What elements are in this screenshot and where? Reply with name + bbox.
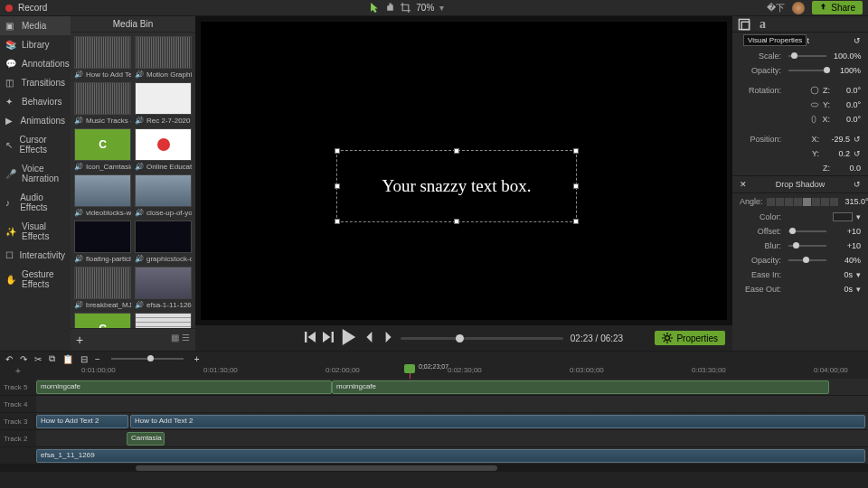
color-picker[interactable] bbox=[833, 212, 853, 221]
playhead[interactable]: 0;02;23;07 bbox=[410, 366, 410, 379]
track-content[interactable] bbox=[36, 396, 868, 412]
prev-frame-button[interactable] bbox=[305, 332, 316, 344]
scale-value[interactable]: 100.0% bbox=[834, 52, 861, 61]
rotation-z-value[interactable]: 0.0° bbox=[834, 86, 861, 95]
reset-icon[interactable]: ↺ bbox=[854, 36, 861, 45]
download-icon[interactable]: �下 bbox=[767, 2, 785, 14]
timeline-scrollbar[interactable] bbox=[0, 465, 868, 472]
play-button[interactable] bbox=[341, 329, 357, 347]
reset-icon[interactable]: ↺ bbox=[854, 135, 861, 144]
track-content[interactable]: Camtasia bbox=[36, 430, 868, 446]
axis-icon[interactable] bbox=[809, 115, 818, 124]
reset-icon[interactable]: ↺ bbox=[854, 180, 861, 189]
cut-button[interactable]: ✂ bbox=[34, 354, 42, 364]
scale-slider[interactable] bbox=[788, 55, 826, 57]
sidebar-item-trans[interactable]: ◫Transitions bbox=[0, 73, 71, 92]
dropdown-icon[interactable]: ▾ bbox=[856, 212, 861, 221]
clip[interactable]: morningcafe bbox=[36, 380, 332, 394]
crop-tool-icon[interactable] bbox=[401, 3, 410, 13]
resize-handle[interactable] bbox=[335, 219, 340, 224]
clip[interactable]: efsa_1_11_1269 bbox=[36, 449, 865, 463]
resize-handle[interactable] bbox=[454, 219, 459, 224]
rotation-x-value[interactable]: 0.0° bbox=[834, 115, 861, 124]
track[interactable]: efsa_1_11_1269 bbox=[0, 447, 868, 465]
shadow-opacity-slider[interactable] bbox=[788, 259, 826, 261]
add-track-button[interactable]: + bbox=[15, 366, 21, 376]
dropdown-icon[interactable]: ▾ bbox=[856, 285, 861, 294]
axis-icon[interactable] bbox=[810, 100, 819, 109]
track[interactable]: Track 2Camtasia bbox=[0, 430, 868, 447]
sidebar-item-audio[interactable]: ♪Audio Effects bbox=[0, 188, 71, 217]
offset-value[interactable]: +10 bbox=[834, 227, 861, 236]
add-media-button[interactable]: + bbox=[76, 333, 83, 347]
media-item[interactable]: 🔊graphicstock-c... bbox=[135, 221, 192, 265]
media-item[interactable]: 🔊efsa-1-11-1269 bbox=[135, 267, 192, 311]
sidebar-item-behav[interactable]: ✦Behaviors bbox=[0, 92, 71, 111]
media-item[interactable]: 🔊Online Educati... bbox=[135, 128, 192, 173]
timeline-zoom-slider[interactable] bbox=[111, 358, 184, 360]
zoom-level[interactable]: 70% bbox=[416, 3, 434, 13]
clip[interactable]: How to Add Text 2 bbox=[130, 415, 865, 428]
position-z-value[interactable]: 0.0 bbox=[834, 164, 861, 173]
text-callout[interactable]: Your snazzy text box. bbox=[336, 150, 577, 222]
sidebar-item-media[interactable]: ▣Media bbox=[0, 16, 71, 35]
angle-picker[interactable] bbox=[767, 198, 838, 206]
offset-slider[interactable] bbox=[788, 230, 826, 232]
timeline-ruler[interactable]: 0;02;23;07 0:01:00;000:01:30;000:02:00;0… bbox=[36, 366, 868, 379]
list-view-icon[interactable]: ☰ bbox=[182, 333, 190, 343]
track[interactable]: Track 4 bbox=[0, 396, 868, 413]
media-item[interactable]: 🔊Rec 2-7-2020 1 bbox=[135, 82, 192, 127]
clip[interactable]: Camtasia bbox=[127, 432, 165, 446]
copy-button[interactable]: ⧉ bbox=[49, 353, 55, 364]
media-item[interactable]: C🔊Icon_Camtasia... bbox=[74, 128, 131, 173]
record-button[interactable]: Record bbox=[18, 3, 47, 13]
sidebar-item-visual[interactable]: ✨Visual Effects bbox=[0, 217, 71, 246]
next-frame-button[interactable] bbox=[323, 332, 334, 344]
sidebar-item-gesture[interactable]: ✋Gesture Effects bbox=[0, 265, 71, 294]
visual-properties-tab-icon[interactable] bbox=[738, 18, 750, 31]
dropdown-icon[interactable]: ▾ bbox=[856, 270, 861, 279]
resize-handle[interactable] bbox=[573, 183, 579, 189]
track-content[interactable]: morningcafemorningcafe bbox=[36, 379, 868, 395]
easein-value[interactable]: 0s bbox=[826, 270, 853, 279]
text-properties-tab-icon[interactable]: a bbox=[760, 17, 766, 32]
zoom-dropdown-icon[interactable]: ▾ bbox=[439, 3, 444, 13]
share-button[interactable]: Share bbox=[812, 1, 863, 14]
media-item[interactable]: 🔊videoblocks-wi... bbox=[74, 174, 131, 219]
paste-button[interactable]: 📋 bbox=[62, 354, 73, 364]
clip[interactable]: morningcafe bbox=[332, 380, 829, 394]
easeout-value[interactable]: 0s bbox=[826, 285, 853, 294]
scrollbar-thumb[interactable] bbox=[136, 465, 497, 471]
media-item[interactable]: 🔊How to Add Te... bbox=[74, 36, 131, 80]
media-bin-grid[interactable]: 🔊How to Add Te...🔊Motion Graphi...🔊Music… bbox=[71, 33, 195, 328]
resize-handle[interactable] bbox=[573, 148, 579, 154]
track[interactable]: Track 5morningcafemorningcafe bbox=[0, 379, 868, 396]
track-content[interactable]: How to Add Text 2How to Add Text 2 bbox=[36, 413, 868, 429]
shadow-opacity-value[interactable]: 40% bbox=[834, 256, 861, 265]
prev-marker-button[interactable] bbox=[364, 332, 375, 344]
sidebar-item-library[interactable]: 📚Library bbox=[0, 35, 71, 54]
canvas-stage[interactable]: Your snazzy text box. bbox=[201, 22, 727, 320]
properties-button[interactable]: Properties bbox=[655, 331, 725, 345]
sidebar-item-voice[interactable]: 🎤Voice Narration bbox=[0, 159, 71, 188]
media-item[interactable]: 🔊close-up-of-yo... bbox=[135, 174, 192, 219]
media-item[interactable]: C🔊Logo_Hrz_Ca... bbox=[74, 313, 131, 328]
zoom-in-button[interactable]: + bbox=[194, 354, 200, 364]
cursor-tool-icon[interactable] bbox=[370, 3, 380, 13]
rotation-y-value[interactable]: 0.0° bbox=[834, 100, 861, 109]
clip[interactable]: How to Add Text 2 bbox=[36, 415, 128, 428]
sidebar-item-interact[interactable]: ☐Interactivity bbox=[0, 246, 71, 265]
position-y-value[interactable]: 0.2 bbox=[823, 149, 850, 158]
media-item[interactable]: 🔊Rec 2-7-2020 2 bbox=[135, 313, 192, 328]
hand-tool-icon[interactable] bbox=[385, 3, 395, 13]
media-item[interactable]: 🔊breakbeat_MJ... bbox=[74, 267, 131, 311]
opacity-value[interactable]: 100% bbox=[834, 66, 861, 75]
track-content[interactable]: efsa_1_11_1269 bbox=[36, 447, 868, 464]
resize-handle[interactable] bbox=[573, 219, 579, 224]
resize-handle[interactable] bbox=[335, 148, 340, 154]
rotation-dial-icon[interactable] bbox=[810, 86, 819, 95]
scrub-bar[interactable] bbox=[401, 337, 563, 340]
position-x-value[interactable]: -29.5 bbox=[823, 135, 850, 144]
split-button[interactable]: ⊟ bbox=[80, 354, 88, 364]
zoom-out-button[interactable]: − bbox=[95, 354, 100, 364]
